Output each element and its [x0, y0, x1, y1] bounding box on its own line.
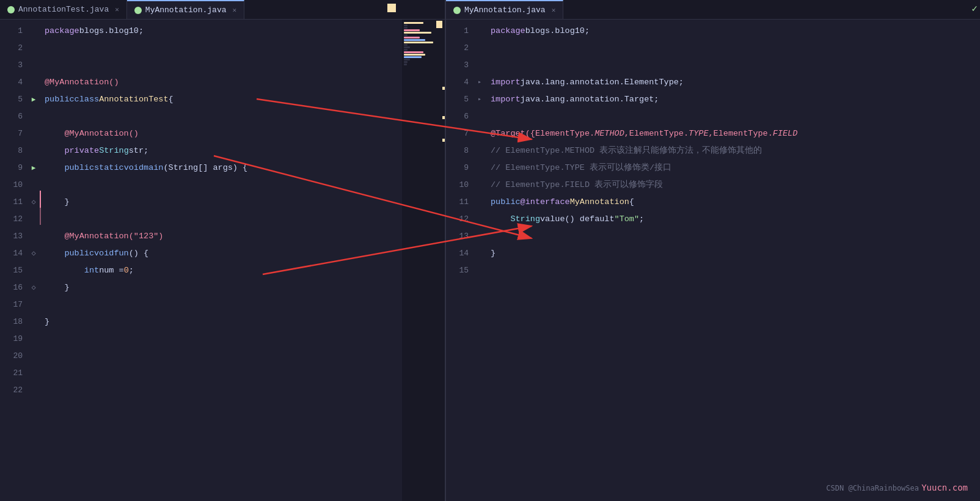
gutter-11: ◇ — [27, 193, 40, 210]
token: ; — [129, 266, 134, 275]
editors-split: AnnotationTest.java ✕ MyAnnotation.java … — [0, 0, 980, 501]
token: int — [45, 266, 99, 275]
mml-2 — [404, 24, 408, 26]
token: 0 — [124, 266, 129, 275]
rgutter-9 — [474, 159, 486, 176]
gutter-9[interactable]: ▶ — [27, 159, 40, 176]
tab-close[interactable]: ✕ — [232, 6, 236, 14]
rgutter-6 — [474, 108, 486, 125]
tab-label: MyAnnotation.java — [145, 5, 227, 15]
left-code-area: 1 2 3 4 5 6 7 8 9 10 11 12 13 14 15 16 1 — [0, 20, 445, 501]
rgutter-10 — [474, 176, 486, 193]
run-icon-9[interactable]: ▶ — [32, 164, 36, 172]
rcode-line-14: } — [486, 244, 980, 261]
tab-label: AnnotationTest.java — [18, 5, 109, 14]
ln-22: 22 — [5, 381, 23, 398]
token: fun — [114, 249, 128, 258]
mml-7 — [404, 37, 420, 38]
rln-7: 7 — [451, 125, 469, 142]
token: class — [75, 95, 100, 104]
ln-10: 10 — [5, 176, 23, 193]
mml-16 — [404, 59, 410, 60]
run-icon-5[interactable]: ▶ — [32, 95, 36, 103]
gutter-5[interactable]: ▶ — [27, 90, 40, 108]
mml-3 — [404, 27, 408, 29]
mml-18 — [404, 64, 407, 65]
rgutter-3 — [474, 56, 486, 73]
rgutter-11 — [474, 193, 486, 210]
rln-8: 8 — [451, 142, 469, 159]
ln-17: 17 — [5, 296, 23, 313]
tab-close[interactable]: ✕ — [115, 5, 119, 13]
rln-9: 9 — [451, 159, 469, 176]
scroll-mark-3 — [442, 139, 445, 142]
tab-my-annotation-left[interactable]: MyAnnotation.java ✕ — [127, 0, 244, 19]
token: ,ElementType. — [624, 129, 689, 138]
token: // ElementType.TYPE 表示可以修饰类/接口 — [491, 162, 671, 173]
rgutter-15 — [474, 261, 486, 279]
ln-19: 19 — [5, 330, 23, 347]
ln-2: 2 — [5, 39, 23, 56]
gutter-22 — [27, 381, 40, 398]
rcode-line-7: @Target({ElementType.METHOD,ElementType.… — [486, 125, 980, 142]
token: "Tom" — [615, 214, 640, 224]
token: @MyAnnotation() — [45, 129, 139, 138]
gutter-16: ◇ — [27, 279, 40, 296]
diamond-icon-16: ◇ — [31, 283, 35, 292]
rgutter-2 — [474, 39, 486, 56]
ln-1: 1 — [5, 22, 23, 39]
mml-14 — [404, 54, 425, 56]
minimap-scroll — [442, 20, 445, 501]
rln-13: 13 — [451, 227, 469, 244]
ln-16: 16 — [5, 279, 23, 296]
rgutter-8 — [474, 142, 486, 159]
rln-10: 10 — [451, 176, 469, 193]
token: main — [144, 163, 163, 172]
mml-10 — [404, 44, 408, 46]
rgutter-1 — [474, 22, 486, 39]
gutter-left: ▶ ▶ ◇ ◇ ◇ — [27, 20, 40, 501]
tab-my-annotation-right[interactable]: MyAnnotation.java ✕ — [446, 0, 563, 19]
right-tab-bar: MyAnnotation.java ✕ ✓ — [446, 0, 980, 20]
rln-3: 3 — [451, 56, 469, 73]
token: @interface — [521, 197, 570, 207]
tab-annotation-test[interactable]: AnnotationTest.java ✕ — [0, 0, 127, 19]
fold-icon-4: ▸ — [478, 78, 481, 86]
editor-container: AnnotationTest.java ✕ MyAnnotation.java … — [0, 0, 980, 501]
token: public — [45, 95, 75, 104]
mml-8 — [404, 39, 425, 41]
rcode-line-4: import java.lang.annotation.ElementType; — [486, 73, 980, 90]
warning-badge — [387, 4, 396, 12]
gutter-20 — [27, 347, 40, 364]
code-line-6 — [40, 108, 402, 125]
token: void — [124, 163, 144, 172]
token: } — [45, 197, 70, 207]
gutter-18 — [27, 313, 40, 330]
rcode-line-8: // ElementType.METHOD 表示该注解只能修饰方法，不能修饰其他… — [486, 142, 980, 159]
code-line-18: } — [40, 313, 402, 330]
mml-15 — [404, 56, 422, 58]
rcode-line-2 — [486, 39, 980, 56]
mml-6 — [404, 34, 408, 36]
gutter-12 — [27, 210, 40, 227]
code-line-22 — [40, 381, 402, 398]
rln-11: 11 — [451, 193, 469, 210]
token: } — [45, 283, 70, 292]
ln-21: 21 — [5, 364, 23, 381]
ln-20: 20 — [5, 347, 23, 364]
rcode-line-3 — [486, 56, 980, 73]
check-mark: ✓ — [971, 2, 978, 15]
rln-15: 15 — [451, 261, 469, 279]
token: str; — [129, 146, 148, 155]
token: } — [45, 317, 49, 326]
gutter-3 — [27, 56, 40, 73]
token: ; — [639, 214, 644, 224]
tab-close-right[interactable]: ✕ — [552, 6, 556, 14]
mml-11 — [404, 46, 410, 48]
code-line-14: public void fun() { — [40, 244, 402, 261]
token: MyAnnotation — [570, 197, 629, 207]
token: ,ElementType. — [708, 129, 772, 138]
ln-3: 3 — [5, 56, 23, 73]
token: (String[] args) { — [163, 163, 247, 172]
attribution: CSDN @ChinaRainbowSea — [826, 484, 919, 492]
